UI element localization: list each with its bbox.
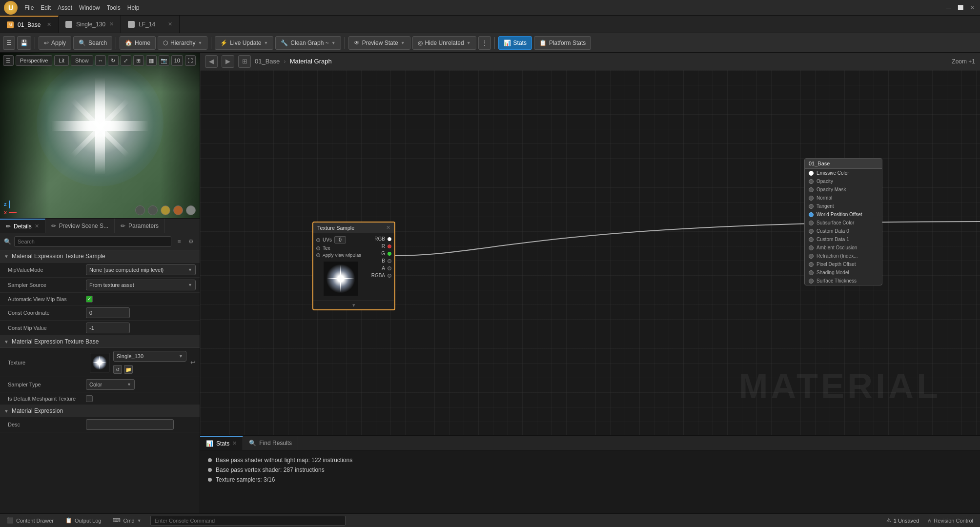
section-texture-base[interactable]: ▼ Material Expression Texture Base (0, 336, 200, 348)
pin-uvs-input[interactable] (334, 236, 346, 243)
pin-a-circle[interactable] (388, 266, 391, 270)
tab-close-01-base[interactable]: ✕ (47, 21, 51, 28)
tab-lf-14[interactable]: M LF_14 ✕ (121, 16, 180, 33)
mat-pin-opacity-circle[interactable] (809, 179, 814, 184)
tab-details[interactable]: ✏ Details ✕ (0, 219, 45, 233)
console-command-input[interactable] (150, 516, 346, 526)
pin-rgb-circle[interactable] (388, 237, 391, 241)
section-material-expression[interactable]: ▼ Material Expression (0, 405, 200, 417)
texture-thumbnail[interactable] (90, 353, 109, 372)
close-button[interactable]: ✕ (968, 4, 976, 12)
mat-pin-custom-data-0-circle[interactable] (809, 229, 814, 234)
tab-preview-scene[interactable]: ✏ Preview Scene S... (45, 219, 115, 233)
mat-pin-tangent-circle[interactable] (809, 204, 814, 209)
tab-single-130[interactable]: T Single_130 ✕ (59, 16, 121, 33)
details-search-input[interactable] (14, 236, 171, 247)
menu-asset[interactable]: Asset (58, 4, 72, 11)
preview-state-button[interactable]: 👁 Preview State ▼ (348, 36, 410, 50)
viewport-camera-button[interactable]: 📷 (159, 55, 169, 66)
mat-pin-world-position-circle[interactable] (809, 212, 814, 217)
material-node[interactable]: 01_Base Emissive Color Opacity Opacity M… (804, 158, 882, 285)
const-coordinate-input[interactable] (86, 307, 130, 318)
menu-tools[interactable]: Tools (107, 4, 121, 11)
texture-node-close[interactable]: ✕ (386, 224, 390, 231)
viewport-grid-button[interactable]: ▦ (146, 55, 157, 66)
texture-sample-node[interactable]: Texture Sample ✕ UVs Tex (312, 222, 395, 310)
texture-dropdown[interactable]: Single_130 ▼ (113, 351, 186, 362)
sampler-source-dropdown[interactable]: From texture asset ▼ (86, 280, 196, 290)
const-mip-value-input[interactable] (86, 323, 130, 333)
pin-rgba-circle[interactable] (388, 274, 391, 278)
sampler-type-dropdown[interactable]: Color ▼ (86, 379, 135, 390)
mat-pin-subsurface-circle[interactable] (809, 221, 814, 225)
ctrl-circle-gray3[interactable] (186, 205, 196, 215)
mat-pin-normal-circle[interactable] (809, 196, 814, 201)
revision-control-button[interactable]: ⑃ Revision Control (925, 517, 976, 525)
clean-graph-button[interactable]: 🔧 Clean Graph ~ ▼ (275, 36, 341, 50)
menu-window[interactable]: Window (79, 4, 100, 11)
viewport-snap-button[interactable]: ⊞ (133, 55, 144, 66)
viewport-scale-button[interactable]: ⤢ (121, 55, 131, 66)
mat-pin-ao-circle[interactable] (809, 245, 814, 250)
pin-tex-circle[interactable] (316, 246, 320, 250)
texture-node-expand[interactable]: ▾ (313, 301, 394, 309)
viewport-rotate-button[interactable]: ↻ (108, 55, 119, 66)
graph-canvas[interactable]: Texture Sample ✕ UVs Tex (200, 70, 980, 435)
pin-b-circle[interactable] (388, 259, 391, 263)
save-button[interactable]: 💾 (17, 36, 31, 50)
stats-button[interactable]: 📊 Stats (498, 36, 532, 50)
viewport-translate-button[interactable]: ↔ (95, 55, 106, 66)
details-tab-close[interactable]: ✕ (35, 223, 39, 229)
apply-button[interactable]: ↩ Apply (39, 36, 71, 50)
mat-pin-shading-model-circle[interactable] (809, 270, 814, 275)
mip-value-mode-dropdown[interactable]: None (use computed mip level) ▼ (86, 264, 196, 275)
texture-clear-button[interactable]: ↩ (190, 359, 196, 366)
is-default-checkbox[interactable] (86, 395, 93, 402)
pin-uvs-circle[interactable] (316, 238, 320, 242)
hide-unrelated-button[interactable]: ◎ Hide Unrelated ▼ (412, 36, 476, 50)
details-list-icon[interactable]: ≡ (174, 237, 184, 246)
viewport-menu-button[interactable]: ☰ (3, 55, 14, 66)
output-log-button[interactable]: 📋 Output Log (62, 516, 104, 525)
platform-stats-button[interactable]: 📋 Platform Stats (534, 36, 591, 50)
viewport[interactable]: ☰ Perspective Lit Show ↔ ↻ ⤢ ⊞ ▦ 📷 10 (0, 53, 200, 219)
pin-apply-mip-circle[interactable] (316, 253, 320, 257)
pin-r-circle[interactable] (388, 244, 391, 248)
live-update-button[interactable]: ⚡ Live Update ▼ (215, 36, 273, 50)
tab-parameters[interactable]: ✏ Parameters (115, 219, 165, 233)
mat-pin-custom-data-1-circle[interactable] (809, 237, 814, 242)
stats-tab-find-results[interactable]: 🔍 Find Results (243, 436, 298, 450)
texture-browse-button[interactable]: 📁 (124, 365, 133, 374)
minimize-button[interactable]: — (945, 4, 953, 12)
section-texture-sample[interactable]: ▼ Material Expression Texture Sample (0, 250, 200, 263)
menu-file[interactable]: File (24, 4, 34, 11)
mat-pin-pixel-depth-circle[interactable] (809, 262, 814, 267)
details-settings-icon[interactable]: ⚙ (186, 237, 196, 246)
ctrl-circle-gray2[interactable] (148, 205, 158, 215)
maximize-button[interactable]: ⬜ (957, 4, 964, 12)
stats-tab-close[interactable]: ✕ (232, 440, 237, 446)
tab-close-lf-14[interactable]: ✕ (168, 21, 172, 27)
ctrl-circle-gray[interactable] (135, 205, 145, 215)
desc-input[interactable] (86, 419, 174, 430)
viewport-show-button[interactable]: Show (71, 55, 93, 66)
menu-help[interactable]: Help (127, 4, 140, 11)
stats-tab-stats[interactable]: 📊 Stats ✕ (200, 436, 243, 450)
texture-reset-button[interactable]: ↺ (113, 365, 122, 374)
graph-back-button[interactable]: ◀ (205, 55, 218, 68)
search-button[interactable]: 🔍 Search (73, 36, 112, 50)
viewport-lit-button[interactable]: Lit (54, 55, 69, 66)
menu-edit[interactable]: Edit (41, 4, 51, 11)
viewport-maximize-button[interactable]: ⛶ (185, 55, 196, 66)
mat-pin-emissive-color-circle[interactable] (809, 171, 814, 176)
graph-forward-button[interactable]: ▶ (222, 55, 234, 68)
mat-pin-surface-thickness-circle[interactable] (809, 279, 814, 284)
hierarchy-button[interactable]: ⬡ Hierarchy ▼ (158, 36, 207, 50)
content-drawer-button[interactable]: ⬛ Content Drawer (4, 516, 57, 525)
viewport-perspective-button[interactable]: Perspective (16, 55, 52, 66)
tab-01-base[interactable]: M 01_Base ✕ (0, 16, 59, 33)
cmd-button[interactable]: ⌨ Cmd ▼ (110, 516, 144, 525)
mat-pin-refraction-circle[interactable] (809, 254, 814, 259)
home-button[interactable]: 🏠 Home (120, 36, 156, 50)
sidebar-toggle-button[interactable]: ☰ (3, 36, 15, 50)
